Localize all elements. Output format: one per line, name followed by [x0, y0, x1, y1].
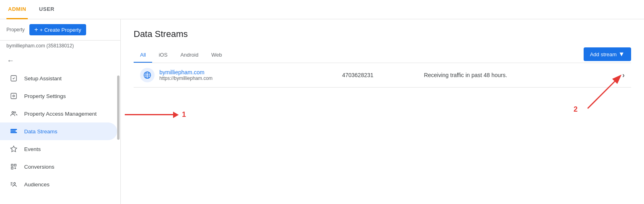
- conversions-icon: [10, 163, 18, 171]
- sidebar-scroll-thumb[interactable]: [117, 75, 120, 140]
- main-layout: Property + + Create Property bymilliepha…: [0, 19, 644, 204]
- audiences-icon: [10, 180, 18, 188]
- tab-all[interactable]: All: [134, 48, 152, 63]
- stream-id: 4703628231: [292, 72, 424, 78]
- sidebar-item-audiences[interactable]: Audiences: [0, 175, 117, 193]
- sidebar-item-property-access-management[interactable]: Property Access Management: [0, 105, 117, 122]
- back-arrow-icon: ←: [7, 57, 14, 65]
- sidebar-item-setup-assistant[interactable]: Setup Assistant: [0, 69, 117, 87]
- stream-row[interactable]: bymilliepham.com https://bymilliepham.co…: [134, 63, 631, 88]
- add-stream-label: Add stream: [590, 51, 617, 57]
- main-content: Data Streams All iOS Android Web Add str…: [121, 19, 644, 204]
- svg-point-2: [13, 95, 15, 97]
- plus-icon: +: [34, 26, 38, 33]
- sidebar-item-label-data-streams: Data Streams: [24, 129, 58, 135]
- sidebar-item-label-pam: Property Access Management: [24, 111, 97, 117]
- tabs-left: All iOS Android Web: [134, 48, 228, 62]
- settings-box-icon: [10, 92, 18, 100]
- stream-chevron-icon[interactable]: ›: [622, 71, 625, 80]
- page-title: Data Streams: [134, 29, 631, 39]
- sidebar: Property + + Create Property bymilliepha…: [0, 19, 121, 204]
- tab-web[interactable]: Web: [205, 48, 229, 63]
- sidebar-item-label-setup: Setup Assistant: [24, 75, 62, 82]
- sidebar-item-events[interactable]: Events: [0, 140, 117, 158]
- create-property-label: + Create Property: [40, 27, 81, 33]
- top-nav: ADMIN USER: [0, 0, 644, 19]
- svg-rect-7: [11, 132, 17, 133]
- svg-rect-6: [11, 131, 16, 132]
- sidebar-item-data-streams[interactable]: Data Streams: [0, 122, 117, 140]
- streams-icon: [10, 127, 18, 135]
- sidebar-item-label-audiences: Audiences: [24, 182, 50, 188]
- svg-rect-1: [11, 93, 17, 99]
- globe-icon: [143, 71, 151, 79]
- events-icon: [10, 145, 18, 153]
- property-name: bymilliepham.com (358138012): [0, 41, 120, 52]
- tab-ios[interactable]: iOS: [152, 48, 174, 63]
- sidebar-item-label-events: Events: [24, 146, 41, 152]
- stream-status: Receiving traffic in past 48 hours.: [424, 72, 622, 78]
- stream-info: bymilliepham.com https://bymilliepham.co…: [159, 69, 292, 81]
- sidebar-property-header: Property + + Create Property: [0, 19, 120, 41]
- sidebar-item-label-property-settings: Property Settings: [24, 93, 66, 99]
- tab-user[interactable]: USER: [37, 0, 56, 19]
- svg-rect-5: [11, 129, 17, 130]
- tabs-bar: All iOS Android Web Add stream ▼: [134, 47, 631, 63]
- svg-point-11: [14, 183, 16, 185]
- svg-point-4: [14, 112, 16, 113]
- create-property-button[interactable]: + + Create Property: [29, 24, 86, 35]
- people-icon: [10, 110, 18, 118]
- sidebar-item-label-conversions: Conversions: [24, 164, 54, 170]
- add-stream-button[interactable]: Add stream ▼: [584, 47, 631, 61]
- stream-url: https://bymilliepham.com: [159, 75, 292, 81]
- tab-admin[interactable]: ADMIN: [6, 0, 28, 19]
- dropdown-arrow-icon: ▼: [618, 51, 625, 58]
- sidebar-item-property-settings[interactable]: Property Settings: [0, 87, 117, 105]
- back-button[interactable]: ←: [3, 53, 18, 68]
- checkbox-icon: [10, 74, 18, 82]
- property-label: Property: [6, 27, 25, 33]
- sidebar-item-conversions[interactable]: Conversions: [0, 158, 117, 175]
- svg-point-3: [12, 112, 14, 114]
- tab-android[interactable]: Android: [174, 48, 205, 63]
- stream-name: bymilliepham.com: [159, 69, 292, 75]
- sidebar-scrollbar[interactable]: [117, 51, 120, 204]
- stream-icon-wrap: [140, 68, 155, 82]
